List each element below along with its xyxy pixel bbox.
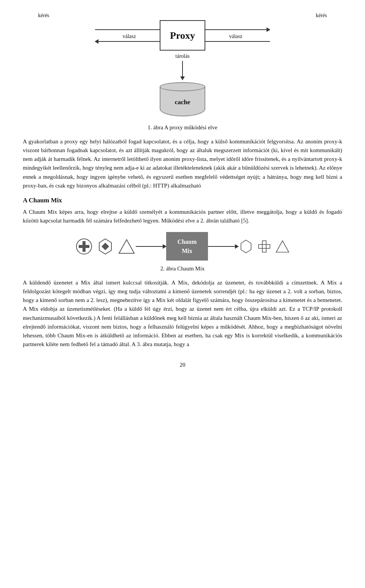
- cache-label: cache: [175, 99, 190, 106]
- kerdes-right-label: kérés: [316, 11, 327, 19]
- chaum-mix-diagram: ChaumMix: [23, 232, 342, 261]
- proxy-box: Proxy: [160, 20, 205, 51]
- output-shapes: [238, 239, 290, 254]
- input-shapes: [75, 237, 136, 256]
- proxy-title: Proxy: [170, 28, 195, 43]
- valasz-right-label: válasz: [229, 32, 243, 40]
- body-text-2-content: A küldendő üzenetet a Mix által ismert k…: [23, 280, 342, 348]
- svg-rect-2: [79, 245, 89, 248]
- chaum-body-1: A Chaum Mix képes arra, hogy elrejtse a …: [23, 208, 342, 226]
- shape-plus-out: [257, 239, 272, 254]
- valasz-left-label: válasz: [123, 32, 136, 40]
- fig2-caption-text: 2. ábra Chaum Mix: [160, 265, 205, 272]
- svg-marker-9: [276, 241, 289, 252]
- chaum-body-1-text: A Chaum Mix képes arra, hogy elrejtse a …: [23, 209, 342, 224]
- chaum-section-title: A Chaum Mix: [23, 195, 342, 205]
- shape-circle-plus: [75, 237, 93, 256]
- page-number: 20: [23, 361, 342, 369]
- svg-rect-7: [262, 241, 266, 252]
- shape-triangle-out: [275, 239, 290, 254]
- chaum-arrow-in: [136, 246, 166, 247]
- keres-right-arrow: [205, 29, 266, 30]
- keres-left-arrow: [99, 29, 160, 30]
- chaum-arrow-out: [208, 246, 238, 247]
- body-text-2: A küldendő üzenetet a Mix által ismert k…: [23, 278, 342, 349]
- proxy-diagram: kérés kérés válasz Proxy: [23, 11, 342, 116]
- tarolas-label: tárolás: [175, 52, 189, 60]
- svg-marker-6: [241, 240, 251, 253]
- body-text-1: A gyakorlatban a proxy egy helyi hálózat…: [23, 137, 342, 191]
- valasz-left-arrow: válasz: [99, 32, 160, 42]
- page-number-text: 20: [180, 362, 186, 368]
- fig1-caption: 1. ábra A proxy működési elve: [23, 123, 342, 132]
- fig2-caption: 2. ábra Chaum Mix: [23, 264, 342, 273]
- svg-rect-8: [259, 245, 270, 248]
- tarolas-arrow: [182, 61, 183, 80]
- chaum-mix-box: ChaumMix: [166, 232, 208, 261]
- valasz-right-arrow: válasz: [205, 32, 266, 42]
- chaum-mix-label: ChaumMix: [178, 237, 197, 256]
- tarolas-arrow-section: tárolás: [175, 51, 189, 80]
- fig1-caption-text: 1. ábra A proxy működési elve: [148, 124, 217, 130]
- shape-hexagon-diamond: [96, 237, 114, 256]
- svg-marker-5: [119, 240, 134, 253]
- shape-triangle: [117, 237, 136, 256]
- body-text-1-content: A gyakorlatban a proxy egy helyi hálózat…: [23, 138, 342, 189]
- chaum-title-text: A Chaum Mix: [23, 197, 62, 204]
- cache-diagram: cache: [160, 82, 205, 116]
- shape-hexagon-out: [238, 239, 254, 254]
- kerdes-left-label: kérés: [38, 11, 49, 19]
- svg-marker-4: [102, 243, 109, 250]
